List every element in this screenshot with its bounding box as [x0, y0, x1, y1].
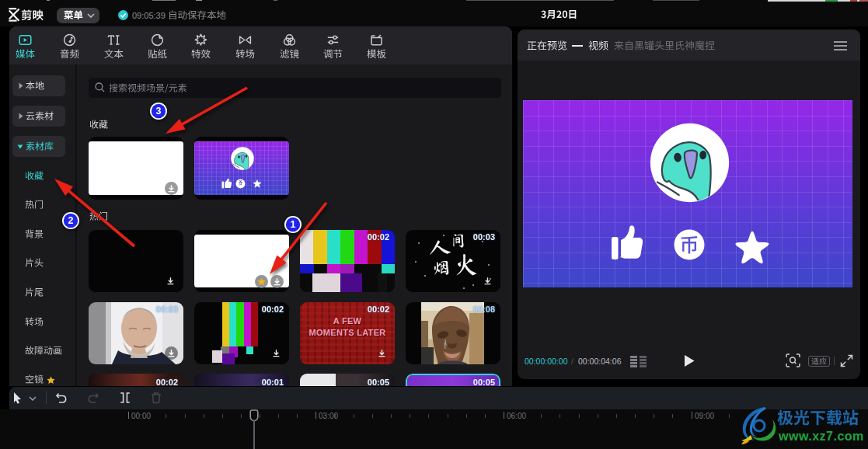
svg-text:3: 3 [156, 106, 162, 117]
svg-text:1: 1 [291, 219, 296, 230]
svg-text:2: 2 [68, 215, 74, 226]
